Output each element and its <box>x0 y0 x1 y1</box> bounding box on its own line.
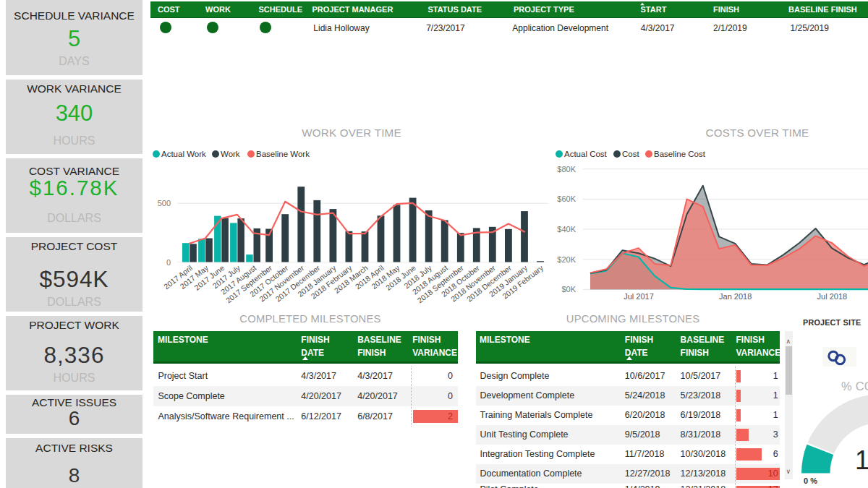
svg-text:Cost: Cost <box>622 150 639 158</box>
svg-text:Actual Work: Actual Work <box>161 150 206 158</box>
svg-text:Jan 2018: Jan 2018 <box>719 292 752 301</box>
svg-text:12 %: 12 % <box>855 445 868 475</box>
svg-text:500: 500 <box>158 199 171 207</box>
svg-text:Actual Cost: Actual Cost <box>564 150 608 158</box>
svg-text:$80K: $80K <box>557 165 576 174</box>
svg-text:0 %: 0 % <box>804 476 817 485</box>
svg-text:Jul 2017: Jul 2017 <box>624 292 654 301</box>
svg-text:Baseline Cost: Baseline Cost <box>654 150 706 158</box>
svg-text:$0K: $0K <box>561 285 576 294</box>
svg-text:$60K: $60K <box>557 194 576 203</box>
svg-text:Jul 2018: Jul 2018 <box>817 292 848 301</box>
svg-text:$20K: $20K <box>557 255 576 264</box>
svg-text:Work: Work <box>221 150 240 158</box>
svg-text:Baseline Work: Baseline Work <box>256 150 310 158</box>
svg-text:$40K: $40K <box>557 225 576 234</box>
svg-text:0: 0 <box>166 258 171 267</box>
